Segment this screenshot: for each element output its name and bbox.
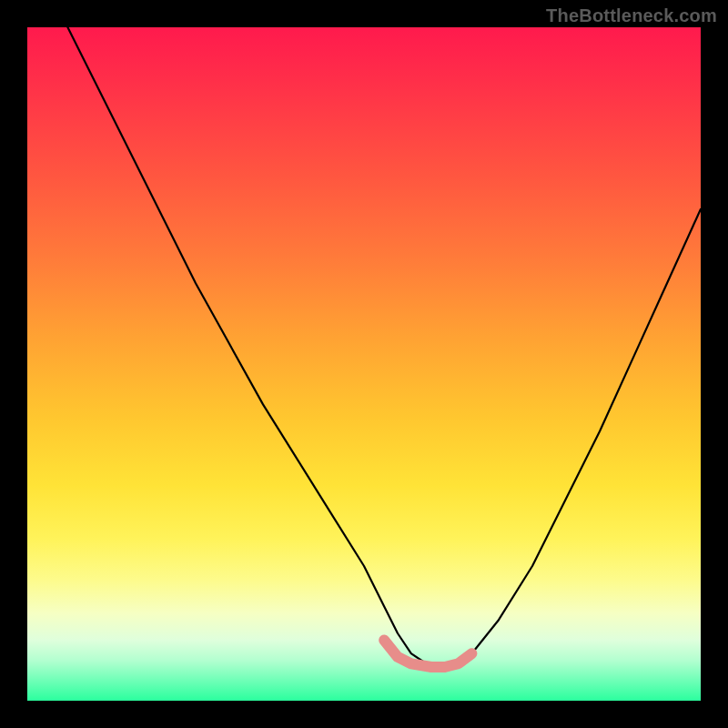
chart-frame: TheBottleneck.com <box>0 0 728 728</box>
plot-area <box>27 27 701 701</box>
watermark-text: TheBottleneck.com <box>546 5 717 26</box>
bottleneck-curve <box>67 27 701 667</box>
optimal-band <box>384 640 471 667</box>
curve-layer <box>27 27 701 701</box>
